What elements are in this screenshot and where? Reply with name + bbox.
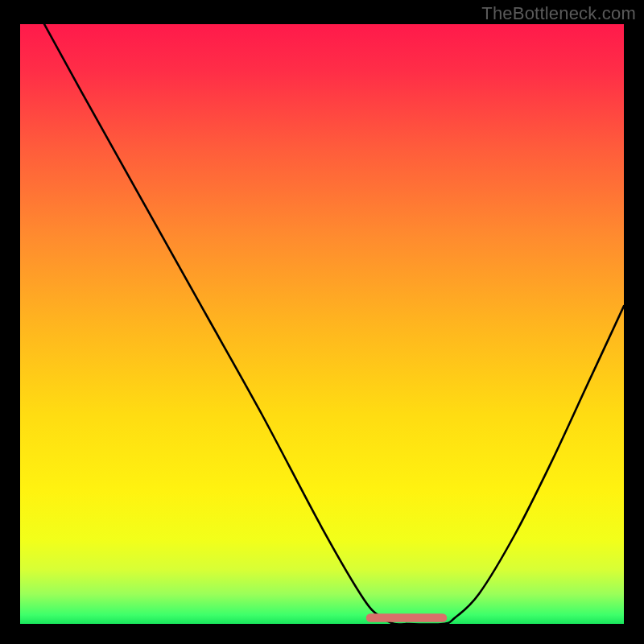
plot-area [20, 24, 624, 624]
chart-container: TheBottleneck.com [0, 0, 644, 644]
background-gradient [20, 24, 624, 624]
watermark-text: TheBottleneck.com [481, 3, 636, 24]
svg-rect-0 [20, 24, 624, 624]
